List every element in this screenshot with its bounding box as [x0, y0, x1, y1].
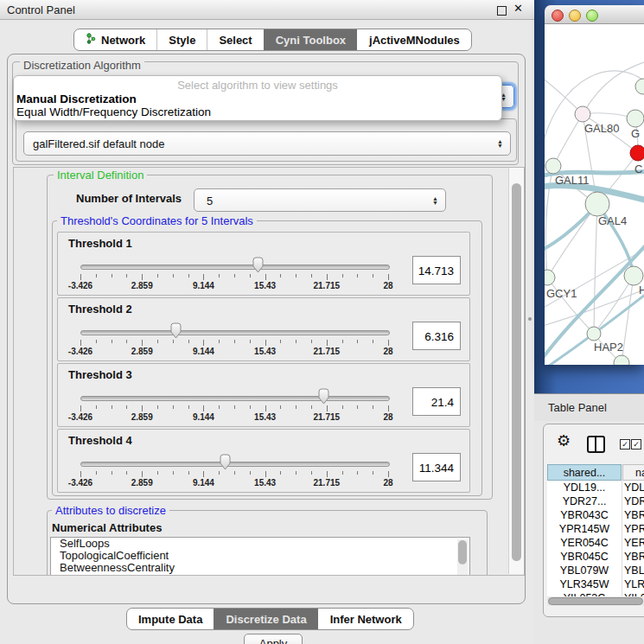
minor-tick — [250, 471, 251, 475]
list-item[interactable]: SelfLoops — [51, 538, 469, 550]
tick-label: 15.43 — [239, 412, 291, 422]
network-node-gal11[interactable] — [545, 158, 561, 174]
slider-track[interactable] — [80, 462, 390, 467]
slider-thumb[interactable] — [252, 257, 265, 277]
table-row[interactable]: YDL19...YDL1 — [547, 481, 644, 494]
settings-scrollbar[interactable] — [508, 168, 524, 574]
minor-tick — [234, 405, 235, 409]
close-icon[interactable]: ✕ — [513, 2, 523, 15]
red-traffic-light-icon[interactable] — [552, 10, 564, 22]
bottom-tab-impute-data[interactable]: Impute Data — [127, 609, 214, 629]
bottom-tab-discretize-data[interactable]: Discretize Data — [214, 609, 317, 629]
major-tick — [142, 340, 143, 346]
slider-thumb[interactable] — [219, 454, 232, 475]
cell-shared-name: YDR27... — [547, 494, 622, 508]
network-window-titlebar[interactable] — [545, 5, 644, 24]
table-row[interactable]: YBL079WYBL0 — [547, 564, 644, 577]
major-tick — [265, 340, 266, 346]
gear-icon[interactable]: ⚙ — [557, 431, 571, 450]
split-divider-handle[interactable] — [528, 317, 532, 321]
list-scrollbar-thumb[interactable] — [458, 540, 467, 564]
threshold-value-field[interactable]: 11.344 — [412, 453, 461, 481]
columns-icon[interactable] — [587, 436, 605, 453]
slider-track[interactable] — [80, 330, 390, 335]
tab-style[interactable]: Style — [156, 29, 207, 50]
tick-label: 2.859 — [116, 281, 168, 290]
tab-cyni-toolbox[interactable]: Cyni Toolbox — [264, 29, 357, 50]
threshold-value-field[interactable]: 14.713 — [412, 256, 461, 284]
table-row[interactable]: YBR043CYBR0 — [547, 508, 644, 522]
slider-thumb[interactable] — [169, 322, 182, 343]
node-label: G — [631, 127, 640, 140]
select-all-icon[interactable]: ✓ — [620, 439, 630, 450]
tab-jactivemnodules[interactable]: jActiveMNodules — [357, 29, 471, 50]
threshold-label: Threshold 2 — [68, 303, 132, 316]
tick-label: 21.715 — [301, 478, 353, 488]
network-node[interactable] — [614, 355, 629, 365]
threshold-value-field[interactable]: 21.4 — [412, 387, 461, 416]
threshold-row: Threshold 1-3.4262.8599.14415.4321.71528… — [57, 232, 470, 296]
table-row[interactable]: YER054CYER0 — [547, 536, 644, 550]
network-edge — [553, 114, 583, 166]
tab-select[interactable]: Select — [207, 29, 263, 50]
list-item[interactable]: BetweennessCentrality — [51, 562, 469, 574]
major-tick — [265, 274, 266, 280]
network-node-gal80[interactable] — [575, 106, 590, 122]
major-tick — [203, 274, 204, 280]
minor-tick — [96, 471, 97, 475]
column-header-name[interactable]: na — [622, 464, 644, 481]
tick-label: -3.426 — [54, 412, 106, 422]
slider-track[interactable] — [80, 396, 390, 401]
tick-label: -3.426 — [54, 281, 106, 290]
minor-tick — [342, 274, 343, 277]
float-icon[interactable] — [497, 6, 507, 16]
dropdown-option-equal-width[interactable]: Equal Width/Frequency Discretization — [16, 105, 211, 118]
network-node[interactable] — [635, 79, 644, 94]
table-hscrollbar[interactable] — [547, 596, 644, 606]
yellow-traffic-light-icon[interactable] — [569, 10, 581, 22]
network-canvas[interactable]: GAL80GCGAL11GAL4GCY1HHAP2 — [545, 24, 644, 365]
dropdown-option-manual[interactable]: Manual Discretization — [16, 92, 137, 105]
major-tick — [203, 471, 204, 477]
network-node-g[interactable] — [627, 110, 644, 127]
slider-track[interactable] — [80, 265, 390, 270]
network-view[interactable]: GAL80GCGAL11GAL4GCY1HHAP2 — [545, 24, 644, 365]
tick-label: -3.426 — [54, 347, 106, 356]
network-node-gal4[interactable] — [585, 192, 609, 216]
threshold-label: Threshold 1 — [68, 237, 132, 250]
table-row[interactable]: YPR145WYPR1 — [547, 522, 644, 536]
tick-label: 15.43 — [239, 281, 291, 290]
unselect-all-icon[interactable]: ✓ — [631, 439, 641, 450]
apply-button[interactable]: Apply — [244, 634, 303, 644]
list-item[interactable]: TopologicalCoefficient — [51, 550, 469, 562]
table-row[interactable]: YLR345WYLR3 — [547, 577, 644, 591]
bottom-tab-infer-network[interactable]: Infer Network — [318, 609, 413, 629]
threshold-value-field[interactable]: 6.316 — [412, 322, 461, 350]
network-node-h[interactable] — [624, 266, 643, 285]
network-node-c[interactable] — [630, 145, 644, 161]
tick-label: 9.144 — [177, 412, 229, 422]
tab-label: Style — [169, 34, 195, 47]
cell-shared-name: YBR043C — [547, 508, 622, 522]
num-intervals-combobox[interactable]: 5 ▲▼ — [194, 188, 446, 212]
node-label: GCY1 — [546, 287, 577, 300]
tab-network[interactable]: Network — [74, 29, 156, 50]
table-row[interactable]: YDR27...YDR2 — [547, 494, 644, 508]
settings-scrollbar-thumb[interactable] — [512, 183, 521, 561]
slider-thumb[interactable] — [317, 388, 330, 409]
list-scrollbar[interactable] — [457, 539, 468, 576]
cell-name: YLR3 — [624, 577, 644, 591]
major-tick — [80, 405, 81, 411]
table-data-combobox[interactable]: galFiltered.sif default node ▲▼ — [23, 131, 511, 156]
minor-tick — [126, 274, 127, 277]
table-row[interactable]: YBR045CYBR0 — [547, 550, 644, 564]
green-traffic-light-icon[interactable] — [586, 10, 598, 22]
threshold-label: Threshold 4 — [68, 434, 132, 447]
network-node-hap2[interactable] — [587, 327, 601, 341]
table-hscrollbar-thumb[interactable] — [548, 597, 643, 605]
minor-tick — [96, 340, 97, 343]
major-tick — [265, 405, 266, 411]
major-tick — [203, 405, 204, 411]
column-header-shared[interactable]: shared... — [547, 464, 622, 481]
network-node-gcy1[interactable] — [545, 270, 555, 285]
